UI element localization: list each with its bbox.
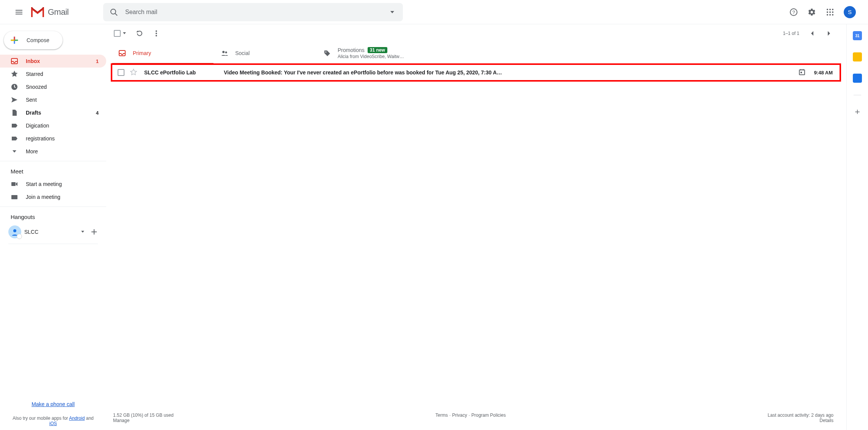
row-checkbox[interactable]: [118, 69, 124, 76]
pagination-text: 1–1 of 1: [783, 31, 799, 36]
file-icon: [11, 109, 18, 117]
google-apps-button[interactable]: [822, 5, 838, 20]
gmail-logo[interactable]: Gmail: [31, 7, 99, 17]
sidebar-item-snoozed[interactable]: Snoozed: [0, 80, 106, 93]
sidebar-item-label: registrations: [26, 135, 99, 142]
mail-toolbar: 1–1 of 1: [106, 24, 840, 43]
tab-social[interactable]: Social: [214, 43, 316, 64]
sidepanel-add-button[interactable]: ＋: [853, 107, 862, 116]
sidebar-item-label: Starred: [26, 71, 99, 77]
more-actions-button[interactable]: [153, 30, 160, 37]
mail-footer: 1.52 GB (10%) of 15 GB used Manage Terms…: [106, 407, 840, 430]
row-star-button[interactable]: [130, 68, 137, 77]
svg-point-24: [156, 33, 157, 34]
search-button[interactable]: [103, 8, 124, 17]
page-next-button[interactable]: [825, 30, 833, 37]
sidebar-item-label: More: [26, 148, 99, 154]
svg-point-27: [222, 51, 225, 53]
svg-point-28: [225, 52, 227, 54]
calendar-icon: [798, 68, 806, 76]
sidebar-item-digication[interactable]: Digication: [0, 119, 106, 132]
caret-down-icon[interactable]: [80, 230, 85, 234]
sidebar-item-more[interactable]: More: [0, 145, 106, 158]
svg-rect-21: [11, 195, 17, 199]
search-input[interactable]: [124, 8, 382, 16]
search-options-button[interactable]: [382, 9, 403, 16]
star-outline-icon: [130, 68, 137, 76]
sidebar-item-label: Sent: [26, 97, 99, 103]
terms-link[interactable]: Terms: [436, 413, 448, 423]
row-time: 9:48 AM: [814, 70, 833, 76]
svg-point-6: [829, 9, 831, 10]
svg-point-22: [13, 229, 16, 232]
sidepanel-calendar[interactable]: [853, 31, 862, 40]
caret-down-icon: [389, 9, 396, 16]
email-row[interactable]: SLCC ePortfolio Lab Video Meeting Booked…: [112, 64, 840, 81]
tab-primary[interactable]: Primary: [112, 43, 214, 64]
send-icon: [11, 96, 18, 104]
tab-label: Promotions: [338, 47, 365, 53]
apps-grid-icon: [826, 8, 834, 16]
svg-point-5: [827, 9, 828, 10]
sidebar-item-starred[interactable]: Starred: [0, 68, 106, 80]
caret-down-icon[interactable]: [122, 31, 127, 36]
sidebar-item-sent[interactable]: Sent: [0, 93, 106, 106]
main-menu-button[interactable]: [10, 3, 28, 21]
presence-avatar: [8, 225, 21, 238]
product-name: Gmail: [48, 7, 69, 17]
android-link[interactable]: Android: [69, 416, 85, 421]
compose-button[interactable]: Compose: [4, 31, 63, 49]
promotions-badge: 31 new: [368, 47, 387, 53]
refresh-button[interactable]: [136, 30, 143, 37]
row-calendar-chip[interactable]: [798, 68, 806, 77]
meet-join-label: Join a meeting: [26, 194, 99, 200]
chevron-down-icon: [11, 148, 18, 155]
clock-icon: [11, 83, 18, 91]
mobile-apps-pre: Also try our mobile apps for: [13, 416, 69, 421]
sidebar-nav: Inbox 1 Starred Snoozed Sent Drafts 4: [0, 55, 106, 158]
svg-rect-20: [11, 182, 16, 186]
header-actions: ? S: [786, 5, 865, 20]
page-prev-button[interactable]: [808, 30, 816, 37]
gear-icon: [808, 8, 816, 16]
sidebar-item-inbox[interactable]: Inbox 1: [0, 55, 106, 68]
sidebar-item-registrations[interactable]: registrations: [0, 132, 106, 145]
hangouts-new-button[interactable]: [88, 226, 100, 238]
sidebar-item-count: 4: [96, 110, 99, 116]
activity-line: Last account activity: 2 days ago: [768, 413, 833, 418]
inbox-icon: [118, 49, 126, 57]
meet-start-label: Start a meeting: [26, 181, 99, 187]
sidebar-item-label: Snoozed: [26, 84, 99, 90]
sidepanel-tasks[interactable]: [853, 74, 862, 83]
compose-plus-icon: [9, 35, 20, 46]
svg-point-25: [156, 35, 157, 36]
tab-promotions[interactable]: Promotions 31 new Alicia from VideoScrib…: [316, 43, 419, 64]
person-icon: [11, 228, 19, 236]
tab-label: Primary: [133, 50, 151, 56]
policies-link[interactable]: Program Policies: [471, 413, 506, 423]
phone-call-link[interactable]: Make a phone call: [0, 401, 106, 407]
privacy-link[interactable]: Privacy: [452, 413, 467, 423]
side-panel: ＋: [847, 24, 868, 430]
svg-point-10: [832, 11, 833, 13]
meet-section-title: Meet: [0, 161, 106, 178]
sidebar-item-drafts[interactable]: Drafts 4: [0, 106, 106, 119]
details-link[interactable]: Details: [819, 418, 833, 423]
manage-storage-link[interactable]: Manage: [113, 418, 129, 423]
meet-join-button[interactable]: Join a meeting: [0, 191, 106, 203]
svg-point-7: [832, 9, 833, 10]
svg-point-29: [326, 52, 327, 53]
more-vert-icon: [153, 30, 160, 37]
sidebar-item-label: Inbox: [26, 58, 88, 64]
select-all-checkbox[interactable]: [114, 30, 127, 37]
settings-button[interactable]: [804, 5, 819, 20]
support-button[interactable]: ?: [786, 5, 801, 20]
hamburger-icon: [14, 8, 24, 17]
hangouts-self-row[interactable]: SLCC: [0, 223, 106, 241]
sidepanel-keep[interactable]: [853, 52, 862, 61]
account-avatar[interactable]: S: [844, 6, 856, 18]
ios-link[interactable]: iOS: [49, 421, 57, 426]
checkbox-icon: [114, 30, 121, 37]
tag-icon: [323, 49, 331, 57]
meet-start-button[interactable]: Start a meeting: [0, 178, 106, 191]
